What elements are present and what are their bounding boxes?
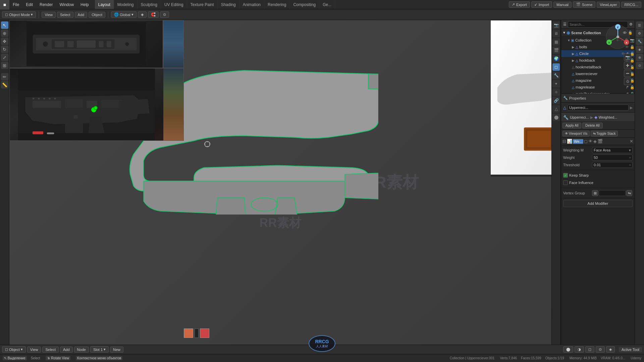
mod-toolbar-icon4[interactable]: 👁 bbox=[588, 139, 593, 144]
render-icon[interactable]: 📷 bbox=[552, 21, 560, 29]
viewport-shading-3[interactable]: ◻ bbox=[585, 346, 594, 353]
zoom-camera[interactable]: 📷 bbox=[624, 54, 631, 61]
tab-texture-paint[interactable]: Texture Paint bbox=[187, 0, 218, 9]
vertex-group-field[interactable] bbox=[599, 190, 626, 196]
mod-toolbar-icon3[interactable]: ◻ bbox=[584, 139, 588, 144]
import-button[interactable]: ↙ Import bbox=[531, 1, 552, 8]
add-modifier-button[interactable]: Add Modifier bbox=[563, 200, 633, 207]
bottom-editor-type[interactable]: ◻ Object ▾ bbox=[2, 346, 26, 353]
mod-close-btn[interactable]: ✕ bbox=[630, 139, 633, 144]
mod-toolbar-icon5[interactable]: ◈ bbox=[593, 139, 597, 144]
tab-animation[interactable]: Animation bbox=[239, 0, 264, 9]
output-icon[interactable]: 🖥 bbox=[552, 30, 560, 37]
rotate-tool[interactable]: ↻ bbox=[1, 46, 8, 53]
right-icon-1[interactable]: ☰ bbox=[636, 21, 643, 29]
transform-orientation[interactable]: 🌐 Global ▾ bbox=[111, 11, 137, 18]
weight-inc[interactable]: + bbox=[629, 156, 631, 160]
select-menu[interactable]: Select bbox=[57, 12, 73, 18]
link-icon[interactable]: ▶ bbox=[630, 106, 633, 110]
delete-all-button[interactable]: Delete All bbox=[582, 123, 602, 128]
tab-modeling[interactable]: Modeling bbox=[114, 0, 138, 9]
view-layer-selector[interactable]: ViewLayer bbox=[597, 2, 620, 8]
right-icon-6[interactable]: ⊙ bbox=[636, 62, 643, 69]
scene-selector[interactable]: 🎬 Scene bbox=[573, 1, 595, 8]
export-button[interactable]: ↗ Export bbox=[509, 1, 530, 8]
right-icon-4[interactable]: ◈ bbox=[636, 46, 643, 53]
threshold-inc[interactable]: + bbox=[629, 163, 631, 167]
item-restrict-mr[interactable]: 🔒 bbox=[630, 85, 635, 89]
local-view[interactable]: ⊙ bbox=[624, 78, 631, 85]
tab-compositing[interactable]: Compositing bbox=[290, 0, 319, 9]
physics-icon[interactable]: ⚛ bbox=[552, 88, 560, 96]
toggle-stack-button[interactable]: ⇋ Toggle Stack bbox=[591, 131, 618, 136]
vertex-group-swap[interactable]: ⇋ bbox=[626, 190, 632, 196]
tab-geometry[interactable]: Ge... bbox=[319, 0, 335, 9]
view-menu[interactable]: View bbox=[42, 12, 56, 18]
annotate-tool[interactable]: ✏ bbox=[1, 73, 8, 80]
navigation-gizmo[interactable]: Z X Y bbox=[604, 23, 631, 50]
modifier-icon[interactable]: 🔧 bbox=[552, 72, 560, 79]
particles-icon[interactable]: ✦ bbox=[552, 80, 560, 87]
overlay-toggle[interactable]: ⊙ bbox=[596, 346, 605, 353]
manual-button[interactable]: Manual bbox=[553, 2, 572, 8]
object-icon[interactable]: ◻ bbox=[552, 63, 560, 71]
mod-toolbar-icon6[interactable]: 🎬 bbox=[597, 139, 603, 144]
bottom-select-menu[interactable]: Select bbox=[42, 347, 59, 353]
right-icon-5[interactable]: ⊕ bbox=[636, 54, 643, 61]
bottom-add-menu[interactable]: Add bbox=[60, 347, 73, 353]
menu-file[interactable]: File bbox=[9, 0, 22, 9]
engine-selector[interactable]: RRCG... bbox=[621, 2, 641, 8]
material-icon[interactable]: ⬤ bbox=[552, 114, 560, 121]
slot-selector[interactable]: Slot 1 ▾ bbox=[90, 346, 109, 353]
tab-uv-editing[interactable]: UV Editing bbox=[161, 0, 187, 9]
item-metallback[interactable]: △ metallbackconnector ↱ 🔒 bbox=[561, 90, 635, 94]
select-tool[interactable]: ↖ bbox=[1, 21, 8, 29]
menu-window[interactable]: Window bbox=[56, 0, 77, 9]
bottom-node-menu[interactable]: Node bbox=[74, 347, 89, 353]
snap-toggle[interactable]: 🧲 bbox=[148, 11, 159, 18]
svg-text:Y: Y bbox=[608, 41, 610, 44]
threshold-value-field[interactable]: 0.01 + bbox=[592, 162, 633, 168]
weight-value-field[interactable]: 50 + bbox=[592, 155, 633, 161]
constraints-icon[interactable]: 🔗 bbox=[552, 97, 560, 104]
viewport-shading-1[interactable]: ⬤ bbox=[563, 346, 573, 353]
view-layer-icon[interactable]: ▦ bbox=[552, 38, 560, 46]
object-name-field[interactable]: Upperreci... bbox=[568, 105, 629, 111]
xray-toggle[interactable]: ◈ bbox=[606, 346, 615, 353]
measure-tool[interactable]: 📏 bbox=[1, 81, 8, 88]
right-icon-2[interactable]: ⚙ bbox=[636, 29, 643, 37]
add-menu[interactable]: Add bbox=[75, 12, 88, 18]
zoom-out[interactable]: − bbox=[624, 70, 631, 77]
new-material-button[interactable]: New bbox=[110, 347, 123, 353]
viewport-shading-2[interactable]: ◑ bbox=[575, 346, 584, 353]
tab-layout[interactable]: Layout bbox=[95, 0, 114, 9]
object-menu[interactable]: Object bbox=[89, 12, 105, 18]
vertex-group-icon[interactable]: ⊞ bbox=[592, 190, 598, 196]
tab-rendering[interactable]: Rendering bbox=[264, 0, 290, 9]
move-tool[interactable]: ✥ bbox=[1, 38, 8, 45]
menu-render[interactable]: Render bbox=[36, 0, 56, 9]
world-icon[interactable]: 🌍 bbox=[552, 55, 560, 62]
zoom-in[interactable]: + bbox=[624, 62, 631, 69]
cursor-tool[interactable]: ⊕ bbox=[1, 29, 8, 37]
face-influence-checkbox[interactable] bbox=[563, 180, 568, 185]
pivot-center[interactable]: ◈ bbox=[138, 11, 147, 18]
proportional-edit[interactable]: ⊙ bbox=[160, 11, 169, 18]
right-icon-3[interactable]: 🔧 bbox=[636, 38, 643, 45]
menu-edit[interactable]: Edit bbox=[22, 0, 36, 9]
transform-tool[interactable]: ⊞ bbox=[1, 62, 8, 69]
editor-type-menu[interactable]: ◻ Object Mode ▾ bbox=[2, 11, 36, 18]
tab-sculpting[interactable]: Sculpting bbox=[138, 0, 161, 9]
viewport-vis-button[interactable]: 👁 Viewport Vis bbox=[562, 131, 590, 136]
scale-tool[interactable]: ⤢ bbox=[1, 54, 8, 61]
object-data-icon[interactable]: △ bbox=[552, 105, 560, 113]
apply-all-button[interactable]: Apply All bbox=[562, 123, 581, 128]
bottom-view-menu[interactable]: View bbox=[27, 347, 41, 353]
keep-sharp-checkbox[interactable]: ✓ bbox=[563, 173, 568, 178]
weighting-value[interactable]: Face Area ▾ bbox=[592, 147, 633, 153]
mod-toolbar-icon2[interactable]: 📊 bbox=[567, 139, 572, 144]
scene-icon[interactable]: 🎬 bbox=[552, 47, 560, 54]
tab-shading[interactable]: Shading bbox=[218, 0, 239, 9]
menu-help[interactable]: Help bbox=[77, 0, 92, 9]
mod-toolbar-icon1[interactable]: ⊟ bbox=[562, 139, 566, 144]
